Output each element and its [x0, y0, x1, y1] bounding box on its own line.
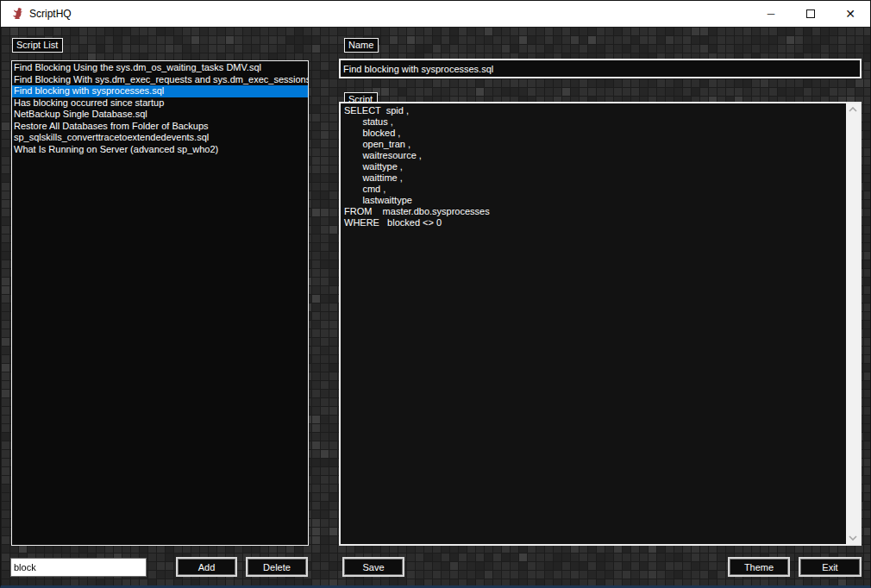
- list-item[interactable]: Has blocking occurred since startup: [12, 97, 308, 109]
- minimize-icon: ─: [768, 9, 775, 19]
- app-window: ScriptHQ ─ ✕ Script List Find Blocking U…: [0, 0, 871, 588]
- title-bar: ScriptHQ ─ ✕: [1, 1, 870, 27]
- name-label: Name: [344, 38, 379, 53]
- save-button[interactable]: Save: [342, 557, 404, 577]
- close-icon: ✕: [845, 8, 855, 20]
- delete-button[interactable]: Delete: [246, 557, 308, 577]
- script-listbox[interactable]: Find Blocking Using the sys.dm_os_waitin…: [11, 60, 309, 546]
- script-list-label: Script List: [12, 38, 63, 53]
- script-scrollbar[interactable]: [846, 103, 860, 544]
- maximize-button[interactable]: [791, 1, 830, 27]
- script-editor[interactable]: SELECT spid , status , blocked , open_tr…: [339, 102, 862, 546]
- script-text: SELECT spid , status , blocked , open_tr…: [341, 103, 845, 544]
- list-item[interactable]: Find Blocking With sys.dm_exec_requests …: [12, 74, 308, 86]
- name-input[interactable]: [339, 59, 862, 78]
- theme-button[interactable]: Theme: [728, 557, 790, 577]
- window-title: ScriptHQ: [29, 8, 72, 20]
- add-button[interactable]: Add: [176, 557, 237, 577]
- list-item[interactable]: Restore All Databases from Folder of Bac…: [12, 121, 308, 133]
- list-item[interactable]: Find Blocking Using the sys.dm_os_waitin…: [12, 62, 308, 74]
- liver-bird-app-icon: [10, 7, 24, 21]
- maximize-icon: [806, 9, 815, 18]
- list-item[interactable]: What Is Running on Server (advanced sp_w…: [12, 144, 308, 156]
- scroll-up-icon[interactable]: [849, 107, 857, 112]
- scroll-down-icon[interactable]: [849, 535, 857, 541]
- list-item[interactable]: NetBackup Single Database.sql: [12, 109, 308, 121]
- list-item[interactable]: sp_sqlskills_converttracetoextendedevent…: [12, 132, 308, 144]
- minimize-button[interactable]: ─: [751, 1, 791, 27]
- list-item[interactable]: Find blocking with sysprocesses.sql: [12, 85, 308, 97]
- close-button[interactable]: ✕: [830, 1, 870, 27]
- exit-button[interactable]: Exit: [799, 557, 862, 577]
- filter-input[interactable]: [10, 558, 147, 577]
